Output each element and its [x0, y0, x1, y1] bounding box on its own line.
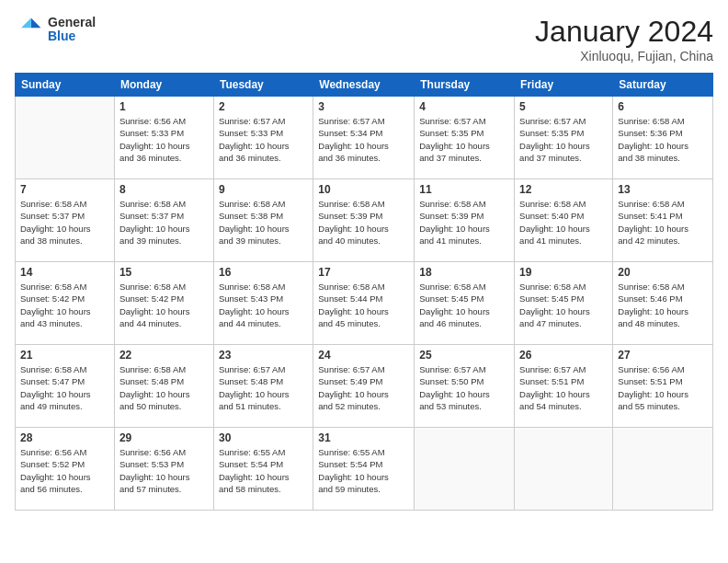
calendar-cell: 31Sunrise: 6:55 AM Sunset: 5:54 PM Dayli… [313, 428, 415, 511]
logo-blue: Blue [48, 29, 96, 43]
day-number: 17 [318, 266, 409, 279]
day-info: Sunrise: 6:56 AM Sunset: 5:51 PM Dayligh… [618, 363, 708, 412]
day-number: 23 [219, 349, 308, 362]
calendar-cell: 19Sunrise: 6:58 AM Sunset: 5:45 PM Dayli… [515, 262, 613, 345]
day-info: Sunrise: 6:58 AM Sunset: 5:46 PM Dayligh… [618, 281, 708, 329]
calendar-cell: 27Sunrise: 6:56 AM Sunset: 5:51 PM Dayli… [613, 345, 713, 428]
day-number: 31 [318, 431, 409, 444]
calendar-cell: 28Sunrise: 6:56 AM Sunset: 5:52 PM Dayli… [16, 428, 115, 511]
week-row-4: 28Sunrise: 6:56 AM Sunset: 5:52 PM Dayli… [16, 428, 713, 511]
day-number: 22 [119, 349, 209, 362]
day-info: Sunrise: 6:57 AM Sunset: 5:35 PM Dayligh… [419, 115, 509, 164]
day-number: 15 [119, 266, 209, 279]
day-info: Sunrise: 6:58 AM Sunset: 5:38 PM Dayligh… [219, 198, 308, 247]
calendar-cell: 29Sunrise: 6:56 AM Sunset: 5:53 PM Dayli… [114, 428, 213, 511]
week-row-0: 1Sunrise: 6:56 AM Sunset: 5:33 PM Daylig… [16, 97, 713, 179]
calendar-cell: 9Sunrise: 6:58 AM Sunset: 5:38 PM Daylig… [213, 179, 313, 262]
day-number: 30 [219, 431, 308, 444]
calendar-cell: 6Sunrise: 6:58 AM Sunset: 5:36 PM Daylig… [613, 97, 713, 179]
logo-general: General [48, 16, 96, 29]
day-info: Sunrise: 6:58 AM Sunset: 5:37 PM Dayligh… [119, 198, 209, 247]
day-number: 1 [119, 100, 209, 113]
day-number: 4 [419, 100, 509, 113]
calendar-cell: 14Sunrise: 6:58 AM Sunset: 5:42 PM Dayli… [16, 262, 115, 345]
day-info: Sunrise: 6:57 AM Sunset: 5:50 PM Dayligh… [419, 363, 509, 412]
calendar-cell: 30Sunrise: 6:55 AM Sunset: 5:54 PM Dayli… [213, 428, 313, 511]
day-info: Sunrise: 6:58 AM Sunset: 5:44 PM Dayligh… [318, 281, 409, 329]
calendar-cell: 23Sunrise: 6:57 AM Sunset: 5:48 PM Dayli… [213, 345, 313, 428]
calendar-cell: 10Sunrise: 6:58 AM Sunset: 5:39 PM Dayli… [313, 179, 415, 262]
day-info: Sunrise: 6:58 AM Sunset: 5:45 PM Dayligh… [519, 281, 608, 329]
day-info: Sunrise: 6:58 AM Sunset: 5:36 PM Dayligh… [618, 115, 708, 164]
day-info: Sunrise: 6:58 AM Sunset: 5:48 PM Dayligh… [119, 363, 209, 412]
day-number: 6 [618, 100, 708, 113]
day-info: Sunrise: 6:57 AM Sunset: 5:34 PM Dayligh… [318, 115, 409, 164]
calendar-cell: 18Sunrise: 6:58 AM Sunset: 5:45 PM Dayli… [415, 262, 515, 345]
title-section: January 2024 Xinluoqu, Fujian, China [535, 15, 713, 63]
calendar-cell: 3Sunrise: 6:57 AM Sunset: 5:34 PM Daylig… [313, 97, 415, 179]
day-info: Sunrise: 6:57 AM Sunset: 5:48 PM Dayligh… [219, 363, 308, 412]
day-number: 13 [618, 183, 708, 196]
calendar-cell: 8Sunrise: 6:58 AM Sunset: 5:37 PM Daylig… [114, 179, 213, 262]
header-day-friday: Friday [515, 74, 613, 97]
day-number: 16 [219, 266, 308, 279]
day-number: 10 [318, 183, 409, 196]
day-number: 8 [119, 183, 209, 196]
day-info: Sunrise: 6:57 AM Sunset: 5:33 PM Dayligh… [219, 115, 308, 164]
day-number: 19 [519, 266, 608, 279]
calendar-cell: 12Sunrise: 6:58 AM Sunset: 5:40 PM Dayli… [515, 179, 613, 262]
location: Xinluoqu, Fujian, China [535, 49, 713, 63]
day-number: 7 [20, 183, 109, 196]
day-info: Sunrise: 6:58 AM Sunset: 5:42 PM Dayligh… [119, 281, 209, 329]
day-number: 29 [119, 431, 209, 444]
header: General Blue January 2024 Xinluoqu, Fuji… [15, 15, 713, 63]
logo: General Blue [15, 15, 96, 44]
svg-marker-1 [21, 18, 31, 29]
calendar-cell [515, 428, 613, 511]
calendar: SundayMondayTuesdayWednesdayThursdayFrid… [15, 73, 713, 511]
day-info: Sunrise: 6:58 AM Sunset: 5:40 PM Dayligh… [519, 198, 608, 247]
header-day-saturday: Saturday [613, 74, 713, 97]
logo-text: General Blue [48, 16, 96, 44]
day-info: Sunrise: 6:58 AM Sunset: 5:39 PM Dayligh… [318, 198, 409, 247]
calendar-cell: 17Sunrise: 6:58 AM Sunset: 5:44 PM Dayli… [313, 262, 415, 345]
day-number: 27 [618, 349, 708, 362]
svg-marker-0 [31, 18, 41, 29]
header-row: SundayMondayTuesdayWednesdayThursdayFrid… [16, 74, 713, 97]
day-info: Sunrise: 6:57 AM Sunset: 5:51 PM Dayligh… [519, 363, 608, 412]
day-number: 14 [20, 266, 109, 279]
calendar-cell: 1Sunrise: 6:56 AM Sunset: 5:33 PM Daylig… [114, 97, 213, 179]
day-info: Sunrise: 6:56 AM Sunset: 5:53 PM Dayligh… [119, 446, 209, 495]
day-info: Sunrise: 6:57 AM Sunset: 5:49 PM Dayligh… [318, 363, 409, 412]
day-number: 11 [419, 183, 509, 196]
calendar-header: SundayMondayTuesdayWednesdayThursdayFrid… [16, 74, 713, 97]
day-info: Sunrise: 6:58 AM Sunset: 5:39 PM Dayligh… [419, 198, 509, 247]
calendar-cell: 22Sunrise: 6:58 AM Sunset: 5:48 PM Dayli… [114, 345, 213, 428]
day-number: 28 [20, 431, 109, 444]
day-info: Sunrise: 6:55 AM Sunset: 5:54 PM Dayligh… [219, 446, 308, 495]
calendar-cell: 4Sunrise: 6:57 AM Sunset: 5:35 PM Daylig… [415, 97, 515, 179]
day-info: Sunrise: 6:58 AM Sunset: 5:47 PM Dayligh… [20, 363, 109, 412]
calendar-cell: 15Sunrise: 6:58 AM Sunset: 5:42 PM Dayli… [114, 262, 213, 345]
day-info: Sunrise: 6:56 AM Sunset: 5:33 PM Dayligh… [119, 115, 209, 164]
day-number: 26 [519, 349, 608, 362]
calendar-cell: 2Sunrise: 6:57 AM Sunset: 5:33 PM Daylig… [213, 97, 313, 179]
calendar-cell: 5Sunrise: 6:57 AM Sunset: 5:35 PM Daylig… [515, 97, 613, 179]
calendar-cell: 26Sunrise: 6:57 AM Sunset: 5:51 PM Dayli… [515, 345, 613, 428]
calendar-cell: 24Sunrise: 6:57 AM Sunset: 5:49 PM Dayli… [313, 345, 415, 428]
day-number: 24 [318, 349, 409, 362]
header-day-monday: Monday [114, 74, 213, 97]
day-info: Sunrise: 6:56 AM Sunset: 5:52 PM Dayligh… [20, 446, 109, 495]
day-info: Sunrise: 6:58 AM Sunset: 5:41 PM Dayligh… [618, 198, 708, 247]
day-number: 5 [519, 100, 608, 113]
day-number: 2 [219, 100, 308, 113]
calendar-cell: 21Sunrise: 6:58 AM Sunset: 5:47 PM Dayli… [16, 345, 115, 428]
calendar-body: 1Sunrise: 6:56 AM Sunset: 5:33 PM Daylig… [16, 97, 713, 511]
week-row-1: 7Sunrise: 6:58 AM Sunset: 5:37 PM Daylig… [16, 179, 713, 262]
day-number: 3 [318, 100, 409, 113]
page: General Blue January 2024 Xinluoqu, Fuji… [0, 0, 728, 563]
day-info: Sunrise: 6:55 AM Sunset: 5:54 PM Dayligh… [318, 446, 409, 495]
week-row-3: 21Sunrise: 6:58 AM Sunset: 5:47 PM Dayli… [16, 345, 713, 428]
day-info: Sunrise: 6:58 AM Sunset: 5:43 PM Dayligh… [219, 281, 308, 329]
header-day-sunday: Sunday [16, 74, 115, 97]
